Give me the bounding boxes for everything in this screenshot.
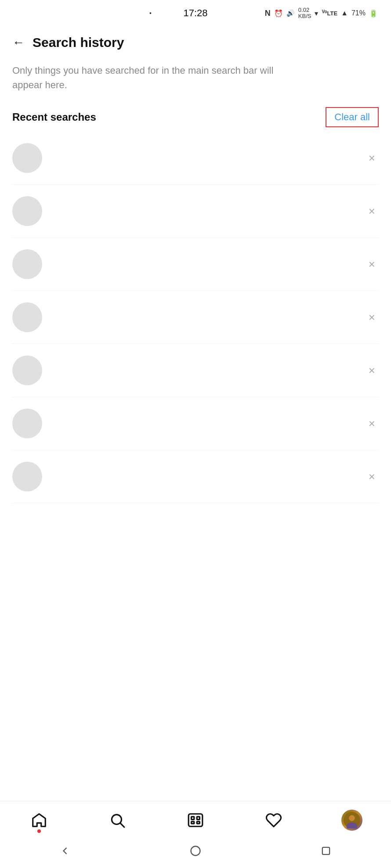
nfc-icon: N bbox=[265, 9, 271, 18]
svg-rect-4 bbox=[197, 817, 199, 819]
search-icon bbox=[106, 809, 128, 831]
search-item-content bbox=[12, 249, 365, 279]
recent-searches-title: Recent searches bbox=[12, 111, 96, 123]
data-speed: 0.02KB/S bbox=[298, 7, 311, 20]
remove-search-icon[interactable]: × bbox=[365, 202, 379, 220]
heart-icon bbox=[263, 809, 285, 831]
remove-search-icon[interactable]: × bbox=[365, 149, 379, 167]
home-notification-dot bbox=[37, 829, 41, 833]
recent-searches-header: Recent searches Clear all bbox=[0, 103, 391, 132]
svg-rect-3 bbox=[192, 817, 194, 819]
search-item: × bbox=[12, 450, 379, 503]
nav-items bbox=[0, 801, 391, 836]
system-nav bbox=[0, 836, 391, 868]
search-item-content bbox=[12, 355, 365, 385]
search-item: × bbox=[12, 132, 379, 185]
reels-icon bbox=[185, 809, 206, 831]
avatar bbox=[12, 302, 42, 332]
svg-rect-11 bbox=[322, 847, 329, 854]
status-time: 17:28 bbox=[183, 7, 207, 19]
search-item-content bbox=[12, 462, 365, 491]
search-item-content bbox=[12, 143, 365, 173]
nav-item-search[interactable] bbox=[106, 809, 128, 831]
search-item: × bbox=[12, 397, 379, 450]
system-back-button[interactable] bbox=[56, 842, 74, 860]
avatar bbox=[12, 249, 42, 279]
search-item: × bbox=[12, 344, 379, 397]
svg-point-8 bbox=[349, 815, 355, 821]
search-item: × bbox=[12, 238, 379, 291]
remove-search-icon[interactable]: × bbox=[365, 308, 379, 326]
description-text: Only things you have searched for in the… bbox=[0, 59, 299, 103]
search-items-list: × × × × bbox=[0, 132, 391, 503]
search-item-content bbox=[12, 196, 365, 226]
clear-all-button[interactable]: Clear all bbox=[326, 107, 379, 127]
wifi-icon: ▾ bbox=[315, 9, 318, 18]
vibrate-icon: 🔊 bbox=[286, 9, 295, 17]
lte-icon: VoLTE bbox=[322, 9, 337, 17]
nav-item-reels[interactable] bbox=[185, 809, 206, 831]
svg-rect-5 bbox=[192, 821, 194, 824]
avatar bbox=[12, 143, 42, 173]
bottom-nav bbox=[0, 801, 391, 868]
profile-icon bbox=[341, 809, 363, 831]
svg-point-10 bbox=[191, 846, 200, 856]
battery-percent: 71% bbox=[351, 9, 366, 17]
remove-search-icon[interactable]: × bbox=[365, 361, 379, 380]
svg-line-1 bbox=[120, 823, 124, 827]
status-dot: • bbox=[149, 10, 152, 17]
profile-avatar bbox=[341, 810, 362, 831]
system-recents-button[interactable] bbox=[317, 842, 335, 860]
avatar bbox=[12, 462, 42, 491]
battery-icon: 🔋 bbox=[369, 9, 378, 18]
page-header: ← Search history bbox=[0, 26, 391, 59]
remove-search-icon[interactable]: × bbox=[365, 414, 379, 433]
nav-item-likes[interactable] bbox=[263, 809, 285, 831]
search-item-content bbox=[12, 302, 365, 332]
status-icons: N ⏰ 🔊 0.02KB/S ▾ VoLTE ▲ 71% 🔋 bbox=[265, 7, 378, 20]
nav-item-home[interactable] bbox=[28, 809, 50, 831]
status-bar: 17:28 • N ⏰ 🔊 0.02KB/S ▾ VoLTE ▲ 71% 🔋 bbox=[0, 0, 391, 26]
remove-search-icon[interactable]: × bbox=[365, 467, 379, 486]
remove-search-icon[interactable]: × bbox=[365, 255, 379, 273]
page-title: Search history bbox=[33, 35, 124, 50]
signal-icon: ▲ bbox=[341, 9, 348, 17]
avatar bbox=[12, 409, 42, 438]
back-button[interactable]: ← bbox=[12, 36, 25, 50]
search-item-content bbox=[12, 409, 365, 438]
system-home-button[interactable] bbox=[186, 842, 205, 860]
nav-item-profile[interactable] bbox=[341, 809, 363, 831]
svg-rect-2 bbox=[188, 814, 203, 827]
search-item: × bbox=[12, 185, 379, 238]
avatar bbox=[12, 355, 42, 385]
svg-rect-6 bbox=[197, 821, 199, 824]
alarm-icon: ⏰ bbox=[274, 9, 283, 18]
search-item: × bbox=[12, 291, 379, 344]
avatar bbox=[12, 196, 42, 226]
home-icon bbox=[28, 809, 50, 831]
